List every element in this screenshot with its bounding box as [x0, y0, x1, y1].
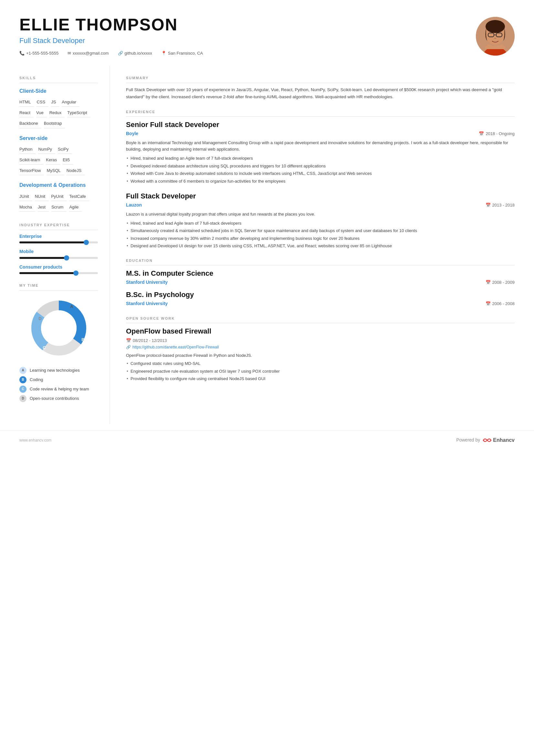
powered-by-text: Powered by [456, 437, 480, 444]
skill-numpy: NumPy [38, 145, 55, 154]
enhancv-brand-name: Enhancv [493, 437, 515, 444]
experience-entry-2: Full Stack Developer Lauzon 📅 2013 - 201… [126, 191, 515, 249]
edu2-degree: B.Sc. in Psychology [126, 290, 515, 300]
skill-react: React [19, 109, 34, 117]
skill-agile: Agile [69, 203, 82, 212]
left-column: SKILLS Client-Side HTML CSS JS Angular R… [0, 66, 110, 424]
skill-redux: Redux [49, 109, 65, 117]
skills-section: SKILLS Client-Side HTML CSS JS Angular R… [19, 76, 98, 214]
exp1-bullet-3: Worked with Core Java to develop automat… [126, 170, 515, 177]
svg-text:D: D [38, 316, 41, 321]
exp1-bullet-4: Worked with a committee of 6 members to … [126, 178, 515, 185]
enterprise-progress-fill [19, 241, 86, 243]
skill-pyunit: PyUnit [51, 192, 66, 201]
edu1-degree: M.S. in Computer Science [126, 269, 515, 279]
legend-dot-a: A [19, 367, 27, 374]
exp1-company-row: Boyle 📅 2018 - Ongoing [126, 131, 515, 137]
summary-text: Full Stack Developer with over 10 years … [126, 86, 515, 101]
skill-vue: Vue [36, 109, 47, 117]
consumer-progress-fill [19, 272, 76, 274]
exp1-bullet-2: Developed indexed database architecture … [126, 163, 515, 169]
skill-group-server-side-title: Server-side [19, 135, 98, 142]
industry-enterprise: Enterprise [19, 233, 98, 244]
email-icon: ✉ [67, 50, 71, 56]
enterprise-progress-dot [84, 240, 89, 245]
candidate-title: Full Stack Developer [19, 36, 476, 46]
exp2-date: 📅 2013 - 2018 [486, 202, 515, 208]
exp1-bullet-1: Hired, trained and leading an Agile team… [126, 155, 515, 162]
legend-text-c: Code review & helping my team [30, 386, 89, 392]
exp2-bullet-4: Designed and Developed UI design for ove… [126, 243, 515, 249]
avatar [476, 17, 515, 56]
skill-scrum: Scrum [51, 203, 67, 212]
enhancv-logo: Enhancv [483, 437, 515, 444]
oss-bullet-2: Engineered proactive rule evaluation sys… [126, 368, 515, 375]
edu2-school-row: Stanford University 📅 2006 - 2008 [126, 301, 515, 307]
skill-mocha: Mocha [19, 203, 35, 212]
edu1-school: Stanford University [126, 279, 168, 286]
exp2-company: Lauzon [126, 202, 142, 208]
exp2-desc: Lauzon is a universal digital loyalty pr… [126, 211, 515, 218]
skill-typescript: TypeScript [67, 109, 90, 117]
education-entry-1: M.S. in Computer Science Stanford Univer… [126, 269, 515, 285]
skill-eli5: Eli5 [63, 156, 73, 165]
phone-icon: 📞 [19, 50, 25, 56]
oss-bullet-3: Provided flexibility to configure rule u… [126, 376, 515, 382]
oss-link[interactable]: 🔗 https://github.com/danette.east/OpenFl… [126, 344, 515, 350]
skill-jest: Jest [38, 203, 49, 212]
consumer-progress-bg [19, 272, 98, 274]
skill-js: JS [51, 98, 59, 107]
edu1-school-row: Stanford University 📅 2008 - 2009 [126, 279, 515, 286]
exp1-desc: Boyle is an international Technology and… [126, 140, 515, 152]
skill-css: CSS [37, 98, 48, 107]
oss-bullets: Configured static rules using MD-SAL Eng… [126, 361, 515, 382]
education-section-title: EDUCATION [126, 258, 515, 265]
edu1-date: 📅 2008 - 2009 [486, 280, 515, 285]
skill-backbone: Backbone [19, 119, 41, 128]
donut-chart-container: A B C D [19, 296, 98, 361]
github-icon: 🔗 [118, 50, 123, 56]
skill-bootstrap: Bootstrap [44, 119, 65, 128]
industry-section-title: INDUSTRY EXPERTISE [19, 223, 98, 230]
consumer-progress-dot [73, 271, 79, 276]
calendar-icon-2: 📅 [486, 202, 491, 208]
edu2-school: Stanford University [126, 301, 168, 307]
my-time-section-title: MY TIME [19, 283, 98, 290]
exp2-bullet-3: Increased company revenue by 30% within … [126, 235, 515, 242]
svg-text:B: B [81, 337, 84, 342]
oss-title: OpenFlow based Firewall [126, 326, 515, 337]
calendar-icon-edu2: 📅 [486, 301, 491, 307]
exp1-title: Senior Full stack Developer [126, 120, 515, 130]
legend-dot-d: D [19, 395, 27, 402]
opensource-section: OPEN SOURCE WORK OpenFlow based Firewall… [126, 316, 515, 382]
legend-item-c: C Code review & helping my team [19, 386, 98, 393]
header-left: ELLIE THOMPSON Full Stack Developer 📞 +1… [19, 15, 476, 56]
exp1-bullets: Hired, trained and leading an Agile team… [126, 155, 515, 184]
client-side-tags: HTML CSS JS Angular React Vue Redux Type… [19, 98, 98, 130]
skill-nunit: NUnit [35, 192, 49, 201]
experience-section: EXPERIENCE Senior Full stack Developer B… [126, 110, 515, 249]
mobile-progress-dot [64, 255, 69, 260]
skill-html: HTML [19, 98, 34, 107]
legend-text-a: Learning new technologies [30, 367, 80, 373]
mobile-progress-bg [19, 257, 98, 259]
edu2-date: 📅 2006 - 2008 [486, 301, 515, 307]
legend-item-b: B Coding [19, 376, 98, 383]
footer-website: www.enhancv.com [19, 438, 51, 443]
industry-enterprise-label: Enterprise [19, 233, 98, 240]
skill-angular: Angular [62, 98, 80, 107]
resume-page: ELLIE THOMPSON Full Stack Developer 📞 +1… [0, 0, 534, 756]
location-icon: 📍 [161, 50, 166, 56]
industry-mobile: Mobile [19, 249, 98, 259]
skill-group-client-side-title: Client-Side [19, 88, 98, 95]
github-contact: 🔗 github.io/xxxxx [118, 50, 152, 56]
exp2-bullets: Hired, trained and lead Agile team of 7 … [126, 220, 515, 249]
enterprise-progress-bg [19, 241, 98, 243]
phone-contact: 📞 +1-555-555-5555 [19, 50, 59, 56]
legend-item-a: A Learning new technologies [19, 367, 98, 374]
exp2-company-row: Lauzon 📅 2013 - 2018 [126, 202, 515, 208]
footer-brand: Powered by Enhancv [456, 437, 515, 444]
svg-text:A: A [70, 304, 73, 309]
skill-keras: Keras [46, 156, 60, 165]
skills-section-title: SKILLS [19, 76, 98, 83]
